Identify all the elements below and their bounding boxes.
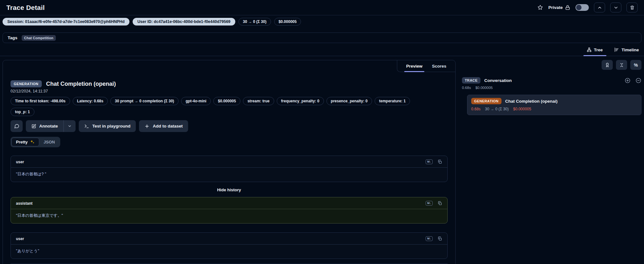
trace-tree-sidebar: % TRACE Conversation 0.68s $0.000005 GEN… <box>462 60 641 115</box>
message-content: "日本の首都は? " <box>11 168 447 182</box>
token-usage-badge: 30 → 0 (Σ 30) <box>238 18 271 26</box>
observation-panel: Preview Scores GENERATION Chat Completio… <box>3 60 456 264</box>
page-title: Trace Detail <box>6 4 45 11</box>
copy-icon[interactable] <box>437 236 442 241</box>
hide-history-button[interactable]: Hide history <box>11 182 448 197</box>
cost-badge: $0.000005 <box>274 18 301 26</box>
markdown-toggle-icon[interactable]: M↓ <box>426 236 433 241</box>
chevron-down-icon <box>613 5 618 10</box>
panel-tabs: Preview Scores <box>397 60 455 72</box>
tag-chip[interactable]: Chat Competition <box>22 35 56 41</box>
observation-title: Chat Completion (openai) <box>46 81 116 87</box>
metric-pill: stream: true <box>243 97 274 105</box>
toggle-knob <box>576 5 582 10</box>
header-actions: Private <box>537 3 638 12</box>
message-content: "日本の首都は東京です。" <box>11 209 447 223</box>
annotate-split-button: Annotate <box>26 120 76 132</box>
trace-cost: $0.000005 <box>475 86 493 90</box>
terminal-icon <box>84 124 89 129</box>
observation-metrics: Time to first token: -498.00s Latency: 0… <box>11 97 428 116</box>
sparkles-icon <box>30 140 35 144</box>
message-header: user M↓ <box>11 156 447 168</box>
tree-expand-controls <box>625 77 641 84</box>
copy-icon[interactable] <box>437 201 442 206</box>
tab-tree-label: Tree <box>594 48 603 52</box>
annotate-label: Annotate <box>39 124 58 128</box>
trash-icon <box>630 5 635 10</box>
format-json-button[interactable]: JSON <box>39 138 59 146</box>
spacer <box>11 224 448 232</box>
metric-pill: 30 prompt → 0 completion (Σ 30) <box>110 97 179 105</box>
trace-name: Conversation <box>484 78 512 83</box>
content-area: Preview Scores GENERATION Chat Completio… <box>0 56 644 264</box>
generation-name: Chat Completion (openai) <box>505 99 558 104</box>
generation-type-badge: GENERATION <box>11 80 42 87</box>
lock-icon <box>565 5 570 10</box>
tab-preview[interactable]: Preview <box>406 60 422 72</box>
generation-tree-node[interactable]: GENERATION Chat Completion (openai) 0.68… <box>467 95 641 115</box>
trace-type-badge: TRACE <box>462 77 480 84</box>
metric-pill: Time to first token: -498.00s <box>11 97 70 105</box>
timeline-icon <box>614 47 619 52</box>
tab-timeline[interactable]: Timeline <box>613 45 640 56</box>
generation-node-metrics: 0.68s 30 → 0 (Σ 30) $0.000005 <box>471 107 637 111</box>
test-in-playground-button[interactable]: Test in playground <box>79 120 136 132</box>
page-header: Trace Detail Private <box>0 0 644 15</box>
privacy-label: Private <box>548 5 563 10</box>
tree-icon <box>587 47 592 52</box>
playground-label: Test in playground <box>92 124 131 128</box>
award-icon <box>605 62 610 68</box>
markdown-toggle-icon[interactable]: M↓ <box>426 201 433 206</box>
expand-all-icon[interactable] <box>625 77 631 84</box>
copy-icon[interactable] <box>437 159 442 164</box>
privacy-toggle[interactable] <box>575 4 589 11</box>
add-to-dataset-button[interactable]: Add to dataset <box>139 120 188 132</box>
metric-pill: Latency: 0.68s <box>73 97 108 105</box>
message-card-user-1: user M↓ "日本の首都は? " <box>11 156 448 182</box>
plus-icon <box>144 124 150 129</box>
fold-vertical-icon <box>619 62 624 68</box>
tags-label: Tags <box>8 35 18 40</box>
format-pretty-button[interactable]: Pretty <box>11 138 39 146</box>
metric-pill: top_p: 1 <box>11 108 34 116</box>
message-header: user M↓ <box>11 233 447 245</box>
message-card-user-2: user M↓ "ありがとう" <box>11 232 448 259</box>
add-to-dataset-label: Add to dataset <box>153 124 183 128</box>
metric-pill: presence_penalty: 0 <box>326 97 372 105</box>
divider <box>11 263 448 264</box>
panel-tabs-row: Preview Scores <box>3 60 455 72</box>
metrics-toggle-button[interactable]: % <box>630 60 641 70</box>
tags-bar: Tags Chat Competition <box>3 33 641 43</box>
tab-scores[interactable]: Scores <box>432 60 446 72</box>
observation-body: GENERATION Chat Completion (openai) 02/1… <box>3 72 455 264</box>
collapse-node-icon[interactable] <box>635 77 641 84</box>
format-toggle: Pretty JSON <box>11 137 60 147</box>
session-badge[interactable]: Session: 01aaacf6-e0fe-457d-a7de-7c1ee08… <box>3 18 129 26</box>
generation-node-header: GENERATION Chat Completion (openai) <box>471 98 637 104</box>
pretty-label: Pretty <box>16 140 28 144</box>
trace-node[interactable]: TRACE Conversation <box>462 77 641 84</box>
message-card-assistant: assistant M↓ "日本の首都は東京です。" <box>11 197 448 224</box>
comments-button[interactable] <box>11 120 23 132</box>
scores-toggle-button[interactable] <box>602 60 613 70</box>
observation-timestamp: 02/12/2024, 14:11:37 <box>11 89 448 93</box>
trace-meta-row: Session: 01aaacf6-e0fe-457d-a7de-7c1ee08… <box>0 15 644 29</box>
collapse-all-button[interactable] <box>616 60 627 70</box>
star-icon[interactable] <box>537 4 543 11</box>
generation-tokens: 30 → 0 (Σ 30) <box>485 107 509 111</box>
tree-toolbar: % <box>462 60 641 70</box>
metric-pill: $0.000005 <box>213 97 240 105</box>
generation-cost: $0.000005 <box>513 107 531 111</box>
annotate-dropdown-button[interactable] <box>64 120 76 132</box>
observation-title-row: GENERATION Chat Completion (openai) <box>11 80 448 87</box>
io-preview: user M↓ "日本の首都は? " Hide history assistan… <box>11 156 448 264</box>
markdown-toggle-icon[interactable]: M↓ <box>426 159 433 164</box>
prev-trace-button[interactable] <box>594 3 605 12</box>
delete-trace-button[interactable] <box>626 3 638 12</box>
trace-metrics: 0.68s $0.000005 <box>462 86 641 90</box>
observation-actions: Annotate Test in playground Add to datas… <box>11 120 448 132</box>
tab-tree[interactable]: Tree <box>586 45 604 56</box>
user-id-badge[interactable]: User ID: dc47a41e-06bc-400d-bde1-f0e440d… <box>133 18 235 26</box>
annotate-button[interactable]: Annotate <box>26 120 63 132</box>
next-trace-button[interactable] <box>610 3 621 12</box>
